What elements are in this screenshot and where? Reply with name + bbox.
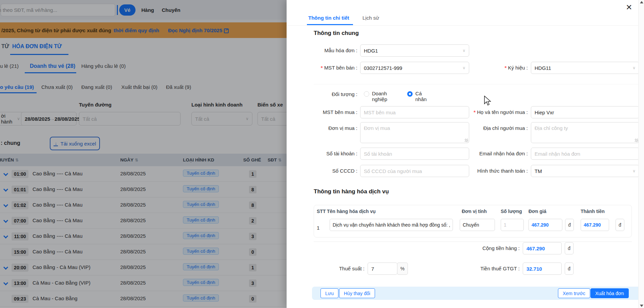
radio-ca-nhan[interactable] — [407, 91, 413, 97]
subject-label: Đối tượng — [287, 88, 357, 100]
section-title-goods: Thông tin hàng hóa dịch vụ — [314, 188, 389, 195]
buyer-name-field[interactable] — [531, 106, 639, 118]
radio-doanh-nghiep[interactable] — [364, 91, 369, 97]
chevron-down-icon: ∨ — [632, 65, 636, 70]
seller-tax-label: MST bên bán — [287, 62, 357, 74]
buyer-address-textarea[interactable]: Địa chỉ công ty — [531, 122, 639, 143]
payment-label: Hình thức thanh toán — [432, 165, 528, 177]
payment-value: TM — [535, 168, 542, 174]
goods-unit-input[interactable]: Chuyến — [460, 219, 495, 231]
goods-price-input[interactable]: 467.290 — [528, 219, 562, 231]
invoice-detail-drawer: Thông tin chi tiết Lịch sử × Thông tin c… — [287, 0, 644, 308]
template-value: HDG1 — [364, 48, 378, 54]
cancel-changes-button[interactable]: Hủy thay đổi — [339, 288, 375, 298]
subtotal-input[interactable]: 467.290 — [523, 242, 562, 254]
goods-table: STT Tên hàng hóa dịch vụ Đơn vị tính Số … — [314, 205, 632, 237]
save-button[interactable]: Lưu — [320, 288, 338, 298]
buyer-unit-placeholder: Đơn vị mua — [364, 125, 390, 131]
section-title-general: Thông tin chung — [314, 30, 359, 37]
close-icon[interactable]: × — [626, 2, 632, 12]
tab-lich-su[interactable]: Lịch sử — [362, 15, 379, 21]
currency-addon: đ — [565, 219, 574, 231]
cccd-label: Số CCCD — [287, 165, 357, 177]
buyer-unit-label: Đơn vị mua — [287, 122, 357, 134]
resize-handle[interactable] — [465, 139, 468, 142]
goods-col-unit: Đơn vị tính — [462, 209, 487, 214]
modal-overlay[interactable] — [0, 0, 287, 308]
goods-row-index: 1 — [317, 222, 319, 234]
goods-col-name: Tên hàng hóa dịch vụ — [327, 209, 376, 214]
currency-addon: đ — [565, 263, 574, 275]
goods-col-qty: Số lượng — [501, 209, 522, 214]
scroll-up-icon[interactable] — [640, 1, 643, 3]
goods-col-stt: STT — [317, 209, 326, 214]
chevron-down-icon: ∨ — [632, 169, 636, 173]
buyer-name-label: Họ và tên người mua — [432, 106, 528, 118]
goods-amount-input[interactable]: 467.290 — [581, 219, 609, 231]
subtotal-label: Cộng tiền hàng — [452, 242, 520, 254]
goods-col-price: Đơn giá — [528, 209, 546, 214]
goods-qty-input[interactable]: 1 — [501, 219, 524, 231]
buyer-name-input[interactable] — [535, 110, 636, 115]
template-select[interactable]: HDG1 ∨ — [360, 44, 469, 57]
export-invoice-button[interactable]: Xuất hóa đơn — [590, 288, 629, 298]
chevron-down-icon: ∨ — [462, 48, 465, 53]
divider — [314, 84, 638, 84]
resize-handle[interactable] — [635, 139, 638, 142]
buyer-address-placeholder: Địa chỉ công ty — [535, 125, 568, 131]
buyer-tax-label: MST bên mua — [287, 106, 357, 118]
mouse-cursor — [484, 96, 491, 106]
app-root: Vé Hàng Chuyến /2025, Chứng từ điện tử p… — [0, 0, 644, 308]
email-field[interactable] — [531, 148, 639, 160]
tax-rate-input[interactable]: 7 — [368, 263, 397, 275]
account-label: Số tài khoản — [287, 148, 357, 160]
seller-tax-value: 0302712571-999 — [364, 65, 402, 71]
symbol-select[interactable]: HDG11 ∨ — [531, 62, 639, 74]
currency-addon: đ — [565, 242, 574, 254]
email-label: Email nhận hóa đơn — [432, 148, 528, 160]
active-drawer-tab-underline — [307, 24, 353, 25]
payment-select[interactable]: TM ∨ — [531, 165, 639, 177]
buyer-address-label: Địa chỉ người mua — [432, 122, 528, 134]
tax-rate-label: Thuế suất — [307, 263, 365, 275]
scrollbar[interactable] — [638, 0, 644, 308]
currency-addon: đ — [616, 219, 624, 231]
symbol-label: Ký hiệu — [432, 62, 528, 74]
goods-name-input[interactable]: Dịch vụ vận chuyển hành khách theo mã hợ… — [330, 219, 453, 231]
tax-amount-label: Tiền thuế GTGT — [452, 263, 520, 275]
symbol-value: HDG11 — [535, 65, 551, 71]
tab-thong-tin-chi-tiet[interactable]: Thông tin chi tiết — [308, 15, 349, 21]
tax-amount-input[interactable]: 32.710 — [523, 263, 562, 275]
percent-addon: % — [397, 263, 408, 275]
radio-doanh-nghiep-label[interactable]: Doanh nghiệp — [372, 91, 387, 102]
divider — [314, 242, 632, 242]
scroll-down-icon[interactable] — [640, 305, 643, 307]
preview-button[interactable]: Xem trước — [558, 288, 590, 298]
template-label: Mẫu hóa đơn — [287, 44, 357, 57]
divider — [287, 25, 638, 26]
email-input[interactable] — [535, 151, 636, 157]
goods-col-amount: Thành tiền — [581, 209, 605, 214]
drawer-footer: Lưu Hủy thay đổi Xem trước Xuất hóa đơn — [312, 287, 640, 300]
radio-ca-nhan-label[interactable]: Cá nhân — [415, 91, 427, 102]
